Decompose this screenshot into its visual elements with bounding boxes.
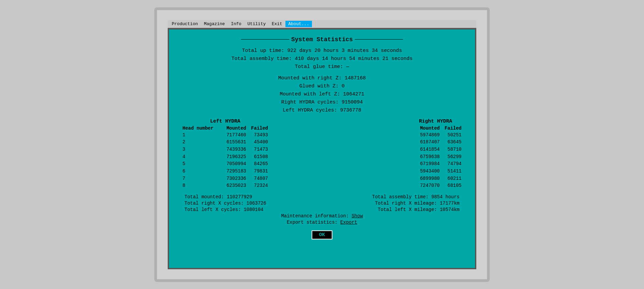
- right-hydra-cycles-row: Right HYDRA cycles: 9150094: [179, 98, 465, 106]
- head-number: 4: [182, 153, 216, 161]
- failed-value: 51411: [440, 168, 462, 175]
- failed-value: 73493: [246, 132, 268, 139]
- mounted-value: 6187407: [410, 139, 440, 146]
- monitor: Production Magazine Info Utility Exit Ab…: [154, 7, 490, 282]
- assembly-time-row: Total assembly time: 410 days 14 hours 5…: [179, 55, 465, 63]
- mounted-right-z-row: Mounted with right Z: 1487168: [179, 74, 465, 82]
- summary-section: Total mounted: 110277929 Total assembly …: [179, 194, 465, 225]
- mounted-right-z-value: 1487168: [345, 75, 366, 81]
- menu-utility[interactable]: Utility: [245, 21, 269, 27]
- page-title: System Statistics: [291, 36, 353, 43]
- total-mounted-label: Total mounted:: [184, 194, 224, 200]
- table-row: 2 6155631 45400: [182, 139, 268, 146]
- failed-value: 72324: [246, 182, 268, 190]
- total-right-x-mileage-label: Total right X mileage:: [375, 201, 437, 206]
- glue-time-value: —: [346, 64, 349, 70]
- mounted-value: 6719984: [410, 160, 440, 168]
- table-row: 6141854 58710: [410, 146, 462, 153]
- right-hydra-title: Right HYDRA: [410, 119, 462, 124]
- left-hydra-title: Left HYDRA: [182, 119, 268, 124]
- total-right-x-cycles: Total right X cycles: 1063726: [184, 201, 266, 206]
- total-left-x-mileage-value: 10574km: [440, 207, 460, 212]
- menu-about[interactable]: About...: [285, 21, 312, 27]
- head-number: 2: [182, 139, 216, 146]
- head-number: 8: [182, 182, 216, 190]
- glue-time-row: Total glue time: —: [179, 63, 465, 71]
- assembly-time-label: Total assembly time:: [231, 56, 292, 62]
- total-assembly-time-label-value: Total assembly time: 9854 hours: [372, 194, 460, 200]
- summary-row-2: Total right X cycles: 1063726 Total righ…: [184, 201, 460, 206]
- total-right-x-mileage: Total right X mileage: 17177km: [375, 201, 460, 206]
- mounted-value: 6899980: [410, 175, 440, 183]
- head-number: 6: [182, 168, 216, 175]
- uptime-row: Total up time: 922 days 20 hours 3 minut…: [179, 47, 465, 55]
- failed-value: 79831: [246, 168, 268, 175]
- menu-bar: Production Magazine Info Utility Exit Ab…: [168, 20, 476, 28]
- left-hydra-col-failed: Failed: [246, 126, 268, 131]
- mounted-value: 7302336: [216, 175, 246, 183]
- menu-info[interactable]: Info: [228, 21, 244, 27]
- left-hydra-cycles-label: Left HYDRA cycles:: [283, 107, 337, 113]
- left-hydra-col-mounted: Mounted: [216, 126, 246, 131]
- left-hydra-cycles-value: 9736778: [340, 107, 361, 113]
- uptime-value: 922 days 20 hours 3 minutes 34 seconds: [287, 48, 402, 54]
- mounted-value: 5974869: [410, 132, 440, 139]
- table-row: 5 7050994 84265: [182, 160, 268, 168]
- mounted-left-z-label: Mounted with left Z:: [280, 91, 340, 97]
- title-dashes-right: ————————————————: [355, 37, 403, 42]
- failed-value: 63645: [440, 139, 462, 146]
- table-row: 5974869 50251: [410, 132, 462, 139]
- menu-production[interactable]: Production: [169, 21, 201, 27]
- left-hydra-col-head: Head number: [182, 126, 216, 131]
- menu-magazine[interactable]: Magazine: [201, 21, 227, 27]
- total-right-x-cycles-label: Total right X cycles:: [184, 201, 244, 206]
- table-row: 5943400 51411: [410, 168, 462, 175]
- total-right-x-mileage-value: 17177km: [440, 201, 460, 206]
- total-mounted-value: 110277929: [227, 194, 252, 200]
- failed-value: 45400: [246, 139, 268, 146]
- table-row: 3 7439336 71473: [182, 146, 268, 153]
- total-left-x-cycles-value: 1080104: [244, 207, 263, 212]
- total-left-x-mileage-label: Total left X mileage:: [378, 207, 437, 212]
- export-value[interactable]: Export: [340, 220, 357, 225]
- mounted-value: 5943400: [410, 168, 440, 175]
- screen: ———————————————— System Statistics —————…: [168, 28, 476, 269]
- title-section: ———————————————— System Statistics —————…: [179, 36, 465, 43]
- time-stats: Total up time: 922 days 20 hours 3 minut…: [179, 47, 465, 71]
- export-label: Export statistics:: [287, 220, 337, 225]
- table-row: 7 7302336 74807: [182, 175, 268, 183]
- mounted-value: 7177460: [216, 132, 246, 139]
- total-assembly-time-value: 9854 hours: [431, 194, 460, 200]
- mid-stats: Mounted with right Z: 1487168 Glued with…: [179, 74, 465, 115]
- head-number: 1: [182, 132, 216, 139]
- summary-row-3: Total left X cycles: 1080104 Total left …: [184, 207, 460, 212]
- right-hydra-cycles-value: 9150094: [342, 99, 363, 105]
- right-hydra-header: Mounted Failed: [410, 126, 462, 131]
- failed-value: 60211: [440, 175, 462, 183]
- left-hydra-rows: 1 7177460 73493 2 6155631 45400 3 743933…: [182, 132, 268, 190]
- ok-button[interactable]: OK: [312, 230, 332, 239]
- right-hydra-cycles-label: Right HYDRA cycles:: [281, 99, 338, 105]
- glue-time-label: Total glue time:: [295, 64, 343, 70]
- maintenance-label: Maintenance information:: [281, 213, 349, 219]
- maintenance-value[interactable]: Show: [352, 213, 363, 219]
- maintenance-info: Maintenance information: Show: [281, 213, 363, 219]
- mounted-value: 7295183: [216, 168, 246, 175]
- ok-button-container: OK: [179, 230, 465, 239]
- right-hydra-col-failed: Failed: [440, 126, 462, 131]
- glued-z-row: Glued with Z: 0: [179, 82, 465, 90]
- uptime-label: Total up time:: [242, 48, 284, 54]
- total-right-x-cycles-value: 1063726: [247, 201, 266, 206]
- right-hydra-col-mounted: Mounted: [410, 126, 440, 131]
- table-row: 6719984 74794: [410, 160, 462, 168]
- title-dashes-left: ————————————————: [241, 37, 289, 42]
- table-row: 8 6235023 72324: [182, 182, 268, 190]
- hydra-tables: Left HYDRA Head number Mounted Failed 1 …: [179, 119, 465, 190]
- failed-value: 71473: [246, 146, 268, 153]
- failed-value: 74794: [440, 160, 462, 168]
- total-mounted-label-value: Total mounted: 110277929: [184, 194, 252, 200]
- mounted-value: 7196325: [216, 153, 246, 161]
- head-number: 7: [182, 175, 216, 183]
- table-row: 1 7177460 73493: [182, 132, 268, 139]
- menu-exit[interactable]: Exit: [269, 21, 285, 27]
